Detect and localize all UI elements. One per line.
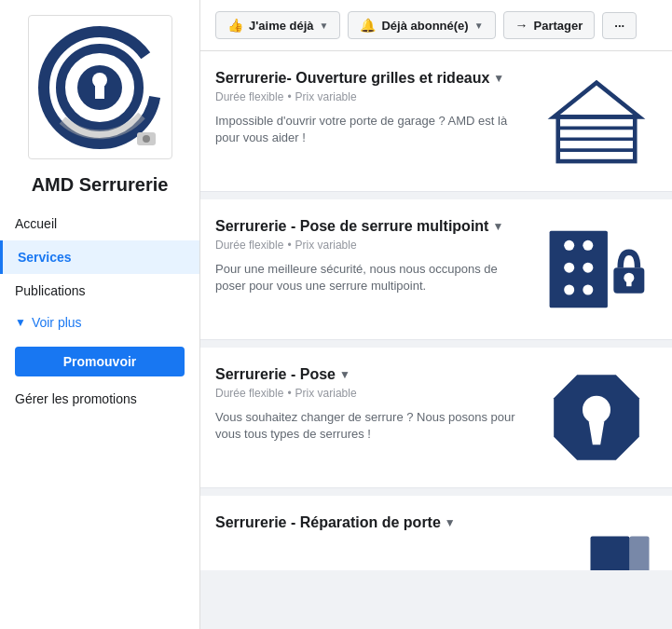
service-info-4: Serrurerie - Réparation de porte ▼ (215, 514, 583, 535)
gerer-promotions-link[interactable]: Gérer les promotions (0, 386, 199, 417)
service-info-1: Serrurerie- Ouverture grilles et rideaux… (215, 70, 536, 146)
svg-point-3 (92, 73, 107, 88)
profile-image-container (0, 0, 199, 167)
thumbs-up-icon: 👍 (227, 18, 243, 33)
service-info-3: Serrurerie - Pose ▼ Durée flexible • Pri… (215, 366, 536, 443)
service-title-3: Serrurerie - Pose ▼ (215, 366, 521, 383)
jaime-label: J'aime déjà (249, 19, 314, 33)
svg-point-14 (583, 240, 593, 251)
service-title-4: Serrurerie - Réparation de porte ▼ (215, 514, 568, 531)
svg-point-6 (143, 135, 150, 143)
service-image-2 (536, 218, 657, 321)
service-meta-2: Durée flexible • Prix variable (215, 239, 521, 252)
abonne-label: Déjà abonné(e) (381, 19, 468, 33)
svg-rect-12 (550, 231, 608, 308)
chevron-down-icon: ▼ (445, 516, 456, 529)
chevron-down-icon: ▼ (474, 21, 484, 31)
service-card-4-partial: Serrurerie - Réparation de porte ▼ (200, 496, 672, 570)
svg-point-16 (583, 263, 593, 273)
voir-plus-toggle[interactable]: ▼ Voir plus (0, 308, 199, 337)
chevron-down-icon: ▼ (339, 368, 350, 381)
profile-image (28, 15, 172, 159)
sidebar: AMD Serrurerie Accueil Services Publicat… (0, 0, 200, 629)
svg-rect-4 (95, 86, 104, 99)
nav-item-publications[interactable]: Publications (0, 274, 199, 308)
service-image-3 (536, 366, 657, 469)
more-button[interactable]: ··· (602, 12, 637, 39)
svg-point-13 (564, 240, 574, 251)
partager-button[interactable]: → Partager (503, 11, 596, 39)
bell-icon: 🔔 (360, 18, 376, 33)
svg-rect-26 (630, 537, 650, 571)
abonne-button[interactable]: 🔔 Déjà abonné(e) ▼ (348, 11, 495, 39)
service-card-2: Serrurerie - Pose de serrure multipoint … (200, 199, 672, 340)
chevron-down-icon: ▼ (492, 220, 503, 233)
svg-marker-7 (554, 83, 639, 117)
svg-rect-25 (591, 537, 630, 571)
svg-point-15 (564, 263, 574, 273)
svg-point-23 (583, 396, 610, 424)
service-card-3: Serrurerie - Pose ▼ Durée flexible • Pri… (200, 348, 672, 488)
service-desc-2: Pour une meilleure sécurité, nous nous o… (215, 261, 521, 294)
main-content: 👍 J'aime déjà ▼ 🔔 Déjà abonné(e) ▼ → Par… (200, 0, 672, 629)
service-meta-1: Durée flexible • Prix variable (215, 90, 521, 103)
promouvoir-button[interactable]: Promouvoir (15, 347, 185, 376)
service-image-1 (536, 70, 657, 172)
service-desc-1: Impossible d'ouvrir votre porte de garag… (215, 113, 521, 146)
svg-point-18 (583, 285, 593, 295)
partager-label: Partager (534, 19, 583, 33)
svg-rect-21 (626, 280, 632, 286)
service-meta-3: Durée flexible • Prix variable (215, 387, 521, 400)
voir-plus-label: Voir plus (32, 315, 82, 330)
svg-point-17 (564, 285, 574, 295)
nav-item-accueil[interactable]: Accueil (0, 207, 199, 240)
services-list: Serrurerie- Ouverture grilles et rideaux… (200, 51, 672, 629)
action-bar: 👍 J'aime déjà ▼ 🔔 Déjà abonné(e) ▼ → Par… (200, 0, 672, 51)
service-image-4 (583, 514, 657, 570)
chevron-down-icon: ▼ (493, 72, 504, 85)
page-name: AMD Serrurerie (0, 167, 199, 207)
service-title-1: Serrurerie- Ouverture grilles et rideaux… (215, 70, 521, 87)
jaime-button[interactable]: 👍 J'aime déjà ▼ (215, 11, 340, 39)
service-title-2: Serrurerie - Pose de serrure multipoint … (215, 218, 521, 235)
service-info-2: Serrurerie - Pose de serrure multipoint … (215, 218, 536, 294)
service-desc-3: Vous souhaitez changer de serrure ? Nous… (215, 409, 521, 443)
more-label: ··· (614, 19, 624, 33)
service-card-1: Serrurerie- Ouverture grilles et rideaux… (200, 51, 672, 192)
nav-item-services[interactable]: Services (0, 240, 199, 274)
share-icon: → (515, 18, 528, 33)
chevron-down-icon: ▼ (320, 21, 329, 31)
chevron-down-icon: ▼ (15, 316, 26, 329)
